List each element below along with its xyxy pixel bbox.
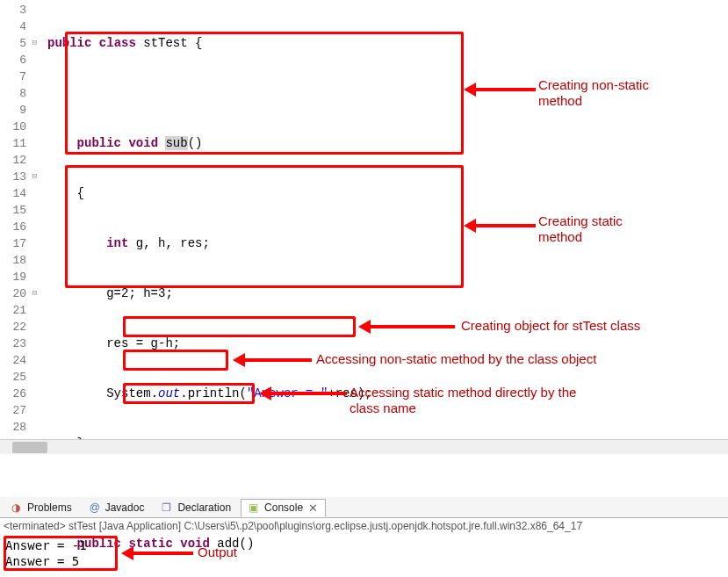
console-line: Answer = 5 — [5, 553, 723, 569]
console-icon: ▣ — [249, 501, 261, 514]
scrollbar-thumb[interactable] — [12, 442, 47, 453]
tab-javadoc[interactable]: @ Javadoc — [82, 499, 153, 516]
annotation-text: Creating non-static method — [538, 77, 649, 109]
tab-problems[interactable]: ◑ Problems — [4, 499, 80, 516]
annotation-text: Creating object for stTest class — [461, 318, 640, 334]
code-line: int g, h, res; — [47, 235, 728, 252]
tab-label: Javadoc — [105, 501, 145, 514]
tab-label: Problems — [27, 501, 72, 514]
annotation-text: Creating static method — [538, 213, 623, 245]
problems-icon: ◑ — [11, 501, 24, 514]
close-icon[interactable]: ✕ — [306, 501, 318, 515]
horizontal-scrollbar[interactable] — [0, 439, 728, 454]
code-line: public class stTest { — [47, 35, 728, 52]
code-line: { — [47, 185, 728, 202]
declaration-icon: ❐ — [162, 501, 174, 514]
tab-label: Console — [264, 501, 303, 514]
annotation-text: Accessing non-static method by the class… — [316, 351, 596, 367]
code-line: public void sub() — [47, 135, 728, 152]
javadoc-icon: @ — [90, 501, 102, 514]
tab-label: Declaration — [177, 501, 231, 514]
code-line: g=2; h=3; — [47, 285, 728, 302]
console-output[interactable]: Answer = -1 Answer = 5 — [0, 534, 728, 573]
tab-declaration[interactable]: ❐ Declaration — [154, 499, 239, 516]
tab-console[interactable]: ▣ Console ✕ — [241, 499, 326, 517]
annotation-text: Accessing static method directly by the … — [350, 385, 576, 416]
console-line: Answer = -1 — [5, 537, 723, 553]
bottom-tabs: ◑ Problems @ Javadoc ❐ Declaration ▣ Con… — [0, 497, 728, 518]
console-process-label: <terminated> stTest [Java Application] C… — [0, 518, 728, 534]
code-line: res = g-h; — [47, 335, 728, 352]
